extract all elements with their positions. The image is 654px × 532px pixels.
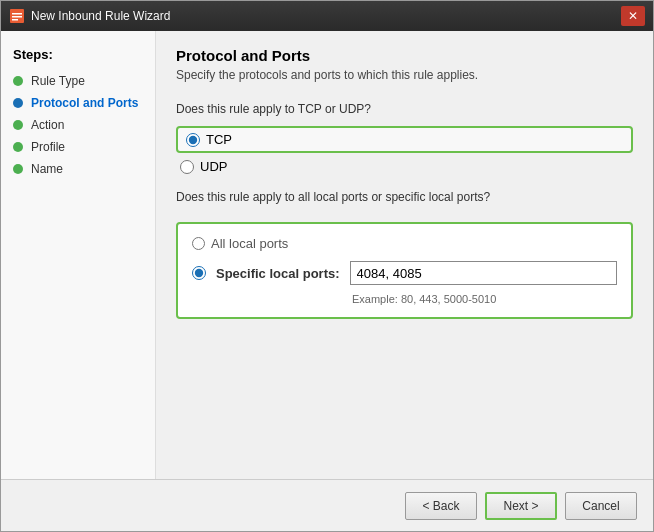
- cancel-button[interactable]: Cancel: [565, 492, 637, 520]
- step-dot-protocol-ports: [13, 98, 23, 108]
- all-ports-radio[interactable]: [192, 237, 205, 250]
- tcp-label: TCP: [206, 132, 232, 147]
- next-button[interactable]: Next >: [485, 492, 557, 520]
- ports-box: All local ports Specific local ports: Ex…: [176, 222, 633, 319]
- main-panel: Protocol and Ports Specify the protocols…: [156, 31, 653, 479]
- step-dot-rule-type: [13, 76, 23, 86]
- title-bar: New Inbound Rule Wizard ✕: [1, 1, 653, 31]
- sidebar-item-profile[interactable]: Profile: [1, 136, 155, 158]
- step-label-protocol-ports: Protocol and Ports: [31, 96, 138, 110]
- tcp-radio-option[interactable]: TCP: [186, 132, 232, 147]
- svg-rect-3: [12, 19, 18, 21]
- steps-header: Steps:: [1, 47, 155, 70]
- ports-example: Example: 80, 443, 5000-5010: [352, 293, 617, 305]
- sidebar-item-rule-type[interactable]: Rule Type: [1, 70, 155, 92]
- title-bar-text: New Inbound Rule Wizard: [31, 9, 621, 23]
- sidebar-item-protocol-ports[interactable]: Protocol and Ports: [1, 92, 155, 114]
- svg-rect-1: [12, 13, 22, 15]
- window-icon: [9, 8, 25, 24]
- step-label-rule-type: Rule Type: [31, 74, 85, 88]
- tcp-radio[interactable]: [186, 133, 200, 147]
- step-label-profile: Profile: [31, 140, 65, 154]
- tcp-option-highlight: TCP: [176, 126, 633, 153]
- udp-radio-option[interactable]: UDP: [176, 159, 633, 174]
- content-area: Steps: Rule Type Protocol and Ports Acti…: [1, 31, 653, 479]
- back-button[interactable]: < Back: [405, 492, 477, 520]
- all-ports-option[interactable]: All local ports: [192, 236, 617, 251]
- all-ports-label: All local ports: [211, 236, 288, 251]
- wizard-window: New Inbound Rule Wizard ✕ Steps: Rule Ty…: [0, 0, 654, 532]
- step-label-name: Name: [31, 162, 63, 176]
- page-title: Protocol and Ports: [176, 47, 633, 64]
- steps-panel: Steps: Rule Type Protocol and Ports Acti…: [1, 31, 156, 479]
- step-dot-name: [13, 164, 23, 174]
- sidebar-item-action[interactable]: Action: [1, 114, 155, 136]
- specific-ports-radio[interactable]: [192, 266, 206, 280]
- step-label-action: Action: [31, 118, 64, 132]
- specific-ports-label: Specific local ports:: [216, 266, 340, 281]
- step-dot-action: [13, 120, 23, 130]
- udp-radio[interactable]: [180, 160, 194, 174]
- udp-label: UDP: [200, 159, 227, 174]
- protocol-question: Does this rule apply to TCP or UDP?: [176, 102, 633, 116]
- svg-rect-2: [12, 16, 22, 18]
- specific-ports-input[interactable]: [350, 261, 617, 285]
- step-dot-profile: [13, 142, 23, 152]
- page-subtitle: Specify the protocols and ports to which…: [176, 68, 633, 82]
- footer: < Back Next > Cancel: [1, 479, 653, 531]
- close-button[interactable]: ✕: [621, 6, 645, 26]
- sidebar-item-name[interactable]: Name: [1, 158, 155, 180]
- specific-ports-row: Specific local ports:: [192, 261, 617, 285]
- protocol-radio-group: TCP UDP: [176, 126, 633, 174]
- ports-question: Does this rule apply to all local ports …: [176, 190, 633, 204]
